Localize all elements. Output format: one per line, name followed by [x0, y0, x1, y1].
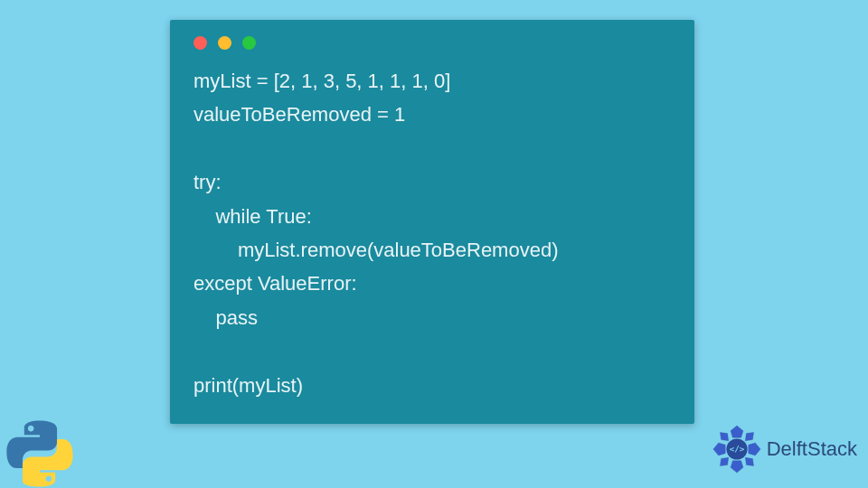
close-icon: [193, 36, 207, 50]
svg-marker-2: [713, 443, 725, 455]
window-titlebar: [193, 36, 671, 50]
code-block: myList = [2, 1, 3, 5, 1, 1, 1, 0] valueT…: [193, 64, 671, 402]
svg-marker-5: [745, 432, 753, 440]
svg-marker-3: [748, 443, 760, 455]
svg-marker-7: [745, 457, 753, 465]
svg-text:</>: </>: [729, 444, 744, 454]
svg-marker-1: [731, 461, 743, 473]
code-window: myList = [2, 1, 3, 5, 1, 1, 1, 0] valueT…: [170, 20, 694, 424]
delftstack-icon: </>: [711, 423, 763, 475]
svg-marker-6: [720, 457, 728, 465]
delftstack-label: DelftStack: [767, 437, 857, 461]
delftstack-logo: </> DelftStack: [711, 423, 857, 475]
python-logo-icon: [5, 419, 74, 488]
svg-marker-4: [720, 432, 728, 440]
minimize-icon: [218, 36, 231, 50]
maximize-icon: [242, 36, 256, 50]
svg-marker-0: [731, 426, 743, 437]
